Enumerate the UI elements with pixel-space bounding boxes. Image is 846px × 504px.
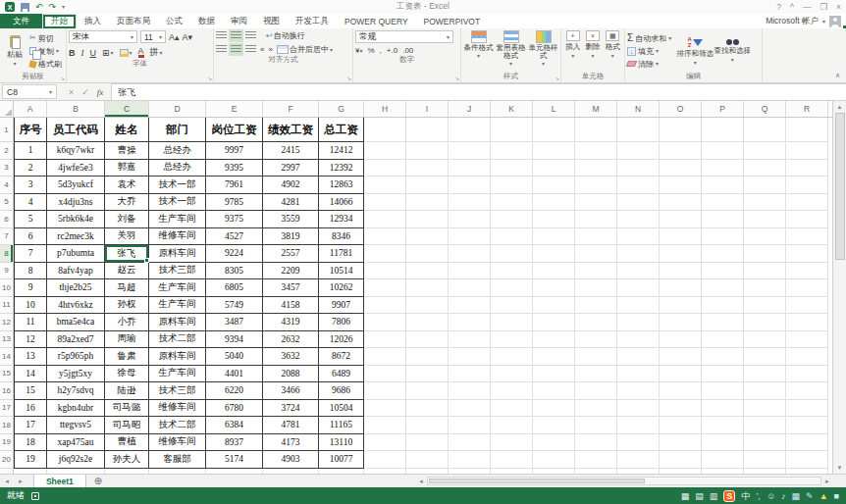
cell-Q2[interactable] [744, 142, 786, 160]
cell-H11[interactable] [364, 297, 406, 315]
cell-B6[interactable]: 5rbk6k4e [47, 211, 105, 228]
close-button[interactable]: × [836, 2, 841, 12]
align-bottom-button[interactable] [245, 31, 256, 40]
cell-G8[interactable]: 11781 [319, 245, 364, 263]
cell-C10[interactable]: 马超 [105, 279, 149, 297]
cell-D6[interactable]: 生产车间 [149, 211, 206, 228]
cell-D8[interactable]: 原料车间 [149, 245, 206, 263]
cell-M4[interactable] [575, 176, 617, 194]
cell-F2[interactable]: 2415 [263, 142, 319, 160]
cell-C8[interactable]: 张飞 [105, 245, 149, 263]
cell-H1[interactable] [364, 118, 406, 142]
cell-F12[interactable]: 4319 [263, 314, 319, 331]
cell-H12[interactable] [364, 314, 406, 331]
cell-D9[interactable]: 技术三部 [149, 263, 206, 280]
cell-E16[interactable]: 6220 [206, 382, 263, 400]
row-header-8[interactable]: 8 [0, 245, 14, 263]
cell-K16[interactable] [491, 382, 533, 400]
number-dialog-launcher[interactable]: ↘ [454, 76, 459, 81]
column-header-C[interactable]: C [105, 101, 149, 117]
cell-F1[interactable]: 绩效工资 [263, 118, 319, 142]
row-header-20[interactable]: 20 [0, 451, 14, 469]
cell-A5[interactable]: 4 [14, 194, 47, 212]
cell-J6[interactable] [449, 211, 491, 228]
cell-L10[interactable] [533, 279, 575, 297]
cell-A13[interactable]: 12 [14, 331, 47, 349]
cell-N15[interactable] [617, 366, 660, 383]
cell-styles-button[interactable]: 单元格样式 ▾ [528, 30, 558, 67]
cell-B19[interactable]: xap475au [47, 434, 105, 452]
cell-R11[interactable] [786, 297, 828, 315]
cell-A1[interactable]: 序号 [14, 118, 47, 142]
font-color-button[interactable]: A [138, 47, 144, 58]
column-header-R[interactable]: R [786, 101, 828, 117]
cell-L5[interactable] [533, 194, 575, 212]
handwriting-icon[interactable]: ✎ [806, 491, 814, 501]
save-button[interactable] [21, 3, 29, 12]
cell-D15[interactable]: 生产车间 [149, 366, 206, 383]
cell-K8[interactable] [491, 245, 533, 263]
cell-C3[interactable]: 郭嘉 [105, 160, 149, 177]
cell-C4[interactable]: 袁术 [105, 176, 149, 194]
cell-M11[interactable] [575, 297, 617, 315]
cell-A9[interactable]: 8 [14, 263, 47, 280]
cell-R8[interactable] [786, 245, 828, 263]
cell-O5[interactable] [660, 194, 702, 212]
cell-J2[interactable] [449, 142, 491, 160]
cell-D1[interactable]: 部门 [149, 118, 206, 142]
select-all-button[interactable] [0, 101, 14, 117]
cell-K18[interactable] [491, 417, 533, 434]
cell-L3[interactable] [533, 160, 575, 177]
cell-P5[interactable] [702, 194, 744, 212]
soft-keyboard-icon[interactable]: ▦ [792, 491, 801, 501]
cell-O11[interactable] [660, 297, 702, 315]
cell-I12[interactable] [406, 314, 449, 331]
horizontal-scrollbar[interactable]: ◄ ► [416, 477, 832, 485]
cell-L6[interactable] [533, 211, 575, 228]
cell-F10[interactable]: 3457 [263, 279, 319, 297]
cell-D12[interactable]: 原料车间 [149, 314, 206, 331]
cell-E3[interactable]: 9395 [206, 160, 263, 177]
row-header-12[interactable]: 12 [0, 314, 14, 331]
cell-H9[interactable] [364, 263, 406, 280]
cell-B2[interactable]: k6qy7wkr [47, 142, 105, 160]
cell-O7[interactable] [660, 228, 702, 246]
cell-J8[interactable] [449, 245, 491, 263]
insert-cells-button[interactable]: + 插入 ▾ [563, 30, 582, 72]
cell-I3[interactable] [406, 160, 449, 177]
cell-R5[interactable] [786, 194, 828, 212]
styles-dialog-launcher[interactable]: ↘ [555, 76, 559, 81]
cell-I11[interactable] [406, 297, 449, 315]
horizontal-scroll-thumb[interactable] [429, 479, 645, 483]
column-header-I[interactable]: I [406, 101, 449, 117]
skin-icon[interactable]: ▲ [820, 491, 828, 501]
cell-J10[interactable] [449, 279, 491, 297]
cell-M6[interactable] [575, 211, 617, 228]
cell-M19[interactable] [575, 434, 617, 452]
cell-F5[interactable]: 4281 [263, 194, 319, 212]
vertical-scrollbar[interactable]: ▲ ▼ [832, 101, 846, 474]
page-break-view-icon[interactable]: ▥ [710, 491, 718, 501]
cell-G16[interactable]: 9686 [319, 382, 364, 400]
row-header-7[interactable]: 7 [0, 228, 14, 246]
cell-G6[interactable]: 12934 [319, 211, 364, 228]
cell-D10[interactable]: 生产车间 [149, 279, 206, 297]
cell-I18[interactable] [406, 417, 449, 434]
cell-J12[interactable] [449, 314, 491, 331]
cell-G19[interactable]: 13110 [319, 434, 364, 452]
punctuation-icon[interactable]: ’, [756, 491, 761, 501]
row-header-5[interactable]: 5 [0, 194, 14, 212]
cell-E18[interactable]: 6384 [206, 417, 263, 434]
cell-Q20[interactable] [744, 451, 786, 469]
cell-R17[interactable] [786, 400, 828, 418]
minimize-button[interactable]: — [803, 2, 812, 12]
copy-button[interactable]: 复制▾ [29, 46, 62, 57]
cell-K2[interactable] [491, 142, 533, 160]
cell-Q18[interactable] [744, 417, 786, 434]
cell-Q7[interactable] [744, 228, 786, 246]
cell-K14[interactable] [491, 348, 533, 366]
cell-O3[interactable] [660, 160, 702, 177]
cell-K12[interactable] [491, 314, 533, 331]
cell-I1[interactable] [406, 118, 449, 142]
macro-record-icon[interactable] [31, 492, 39, 500]
